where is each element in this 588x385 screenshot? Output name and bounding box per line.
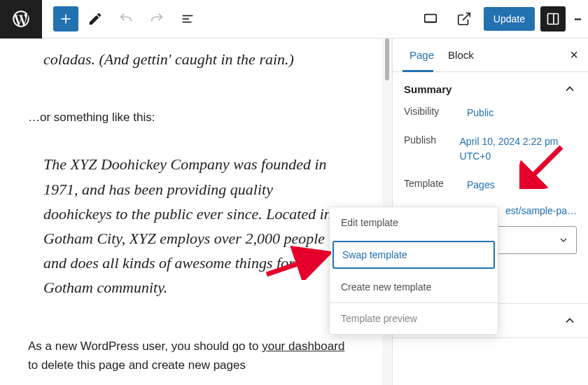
visibility-label: Visibility xyxy=(404,106,467,120)
quote-block-1[interactable]: coladas. (And gettin' caught in the rain… xyxy=(28,38,354,87)
settings-panel-toggle[interactable] xyxy=(540,6,566,31)
add-block-button[interactable] xyxy=(53,6,78,31)
chevron-down-icon xyxy=(558,234,569,246)
quote-text: coladas. (And gettin' caught in the rain… xyxy=(43,47,339,71)
undo-button[interactable] xyxy=(112,5,140,33)
svg-rect-5 xyxy=(425,15,437,22)
text-fragment: As a new WordPress user, you should go t… xyxy=(28,340,262,353)
annotation-arrow xyxy=(519,140,568,189)
popover-swap-template[interactable]: Swap template xyxy=(332,241,495,269)
paragraph-block[interactable]: …or something like this: xyxy=(28,108,354,127)
scrollbar-thumb[interactable] xyxy=(385,38,389,80)
template-label: Template xyxy=(404,178,467,192)
template-value[interactable]: Pages xyxy=(467,178,495,192)
chevron-up-icon xyxy=(563,82,577,96)
popover-edit-template[interactable]: Edit template xyxy=(330,207,498,238)
quote-block-2[interactable]: The XYZ Doohickey Company was founded in… xyxy=(28,144,354,315)
chevron-up-icon xyxy=(563,314,577,328)
tab-block[interactable]: Block xyxy=(441,39,481,71)
paragraph-block-2[interactable]: As a new WordPress user, you should go t… xyxy=(28,337,354,374)
edit-icon[interactable] xyxy=(81,5,109,33)
top-toolbar: Update xyxy=(0,0,588,38)
annotation-arrow xyxy=(261,245,331,280)
close-icon[interactable]: × xyxy=(570,47,578,63)
toolbar-left xyxy=(42,5,202,33)
summary-title: Summary xyxy=(404,83,451,95)
wordpress-logo[interactable] xyxy=(0,0,42,38)
visibility-row: Visibility Public xyxy=(404,106,577,120)
more-options-button[interactable] xyxy=(571,17,584,22)
text-fragment: to delete this page and create new pages xyxy=(28,358,246,372)
document-outline-button[interactable] xyxy=(174,5,202,33)
main-layout: coladas. (And gettin' caught in the rain… xyxy=(0,38,588,385)
preview-button[interactable] xyxy=(416,5,444,33)
external-link-icon[interactable] xyxy=(450,5,478,33)
popover-template-preview[interactable]: Template preview xyxy=(330,303,498,334)
tab-page[interactable]: Page xyxy=(402,39,441,71)
redo-button[interactable] xyxy=(143,5,171,33)
dashboard-link[interactable]: your dashboard xyxy=(262,340,344,353)
svg-line-7 xyxy=(463,13,470,20)
update-button[interactable]: Update xyxy=(484,7,535,31)
template-popover: Edit template Swap template Create new t… xyxy=(329,206,498,335)
popover-create-template[interactable]: Create new template xyxy=(330,272,498,302)
publish-label: Publish xyxy=(404,134,460,164)
editor-canvas: coladas. (And gettin' caught in the rain… xyxy=(0,38,382,385)
svg-line-11 xyxy=(528,147,561,181)
svg-line-13 xyxy=(267,255,324,274)
visibility-value[interactable]: Public xyxy=(467,106,493,120)
summary-header[interactable]: Summary xyxy=(393,72,588,106)
toolbar-right: Update xyxy=(416,5,584,33)
sidebar-tabs: Page Block × xyxy=(393,38,588,72)
